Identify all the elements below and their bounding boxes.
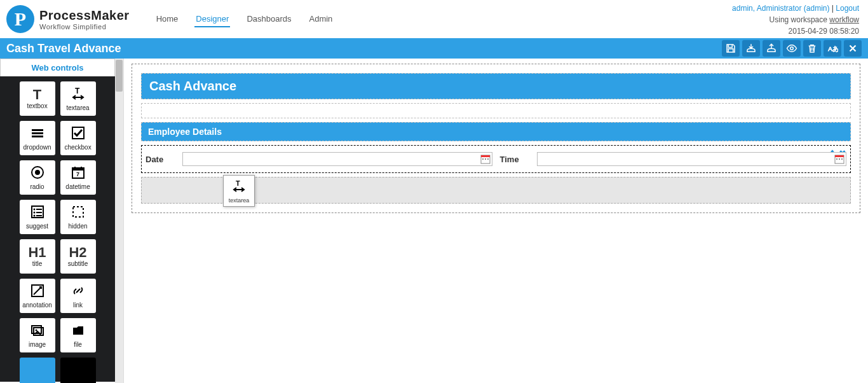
checkbox-icon <box>71 125 86 143</box>
drop-target-row[interactable]: T textarea <box>141 177 851 204</box>
save-button[interactable] <box>722 40 740 57</box>
logo-icon: P <box>6 5 34 33</box>
title-icon: H1 <box>28 246 46 260</box>
svg-rect-31 <box>835 155 844 157</box>
control-suggest[interactable]: suggest <box>20 200 55 234</box>
section-title[interactable]: Employee Details <box>141 122 851 141</box>
control-dropdown[interactable]: dropdown <box>20 121 55 155</box>
control-checkbox[interactable]: checkbox <box>60 121 96 155</box>
svg-rect-33 <box>839 158 840 160</box>
delete-button[interactable] <box>803 40 821 57</box>
svg-text:Aあ: Aあ <box>828 45 838 52</box>
nav-home[interactable]: Home <box>155 11 180 27</box>
field-label-time: Time <box>500 155 531 164</box>
textarea-icon: T <box>231 179 247 197</box>
form-canvas[interactable]: Cash Advance Employee Details ✥ ✖ Date T… <box>132 64 860 213</box>
drag-ghost-textarea[interactable]: T textarea <box>223 175 255 207</box>
hidden-icon <box>71 204 86 222</box>
nav-designer[interactable]: Designer <box>194 11 230 27</box>
palette: Ttextbox Ttextarea dropdown checkbox rad… <box>0 76 115 382</box>
svg-text:7: 7 <box>76 171 79 178</box>
datetime-icon: 7 <box>71 165 86 183</box>
field-label-date: Date <box>146 155 176 164</box>
image-icon <box>30 323 45 340</box>
textarea-icon: T <box>71 86 86 104</box>
main: Web controls Ttextbox Ttextarea dropdown… <box>0 59 868 383</box>
brand-tagline: Workflow Simplified <box>39 23 130 31</box>
control-annotation[interactable]: annotation <box>20 279 55 313</box>
sidebar-wrap: Web controls Ttextbox Ttextarea dropdown… <box>0 59 124 383</box>
close-button[interactable] <box>844 40 862 57</box>
app-header: P ProcessMaker Workflow Simplified Home … <box>0 0 868 38</box>
control-link[interactable]: link <box>60 279 96 313</box>
titlebar-actions: Aあ <box>722 40 862 57</box>
form-title[interactable]: Cash Advance <box>141 73 851 99</box>
svg-rect-4 <box>32 132 43 134</box>
date-input[interactable] <box>182 152 492 166</box>
brand-name: ProcessMaker <box>39 8 130 23</box>
canvas-wrap: Cash Advance Employee Details ✥ ✖ Date T… <box>124 59 868 383</box>
workspace-name[interactable]: workflow <box>829 15 859 24</box>
svg-rect-34 <box>841 158 843 160</box>
svg-rect-27 <box>482 158 484 160</box>
timestamp: 2015-04-29 08:58:20 <box>732 25 859 37</box>
svg-point-13 <box>33 209 35 211</box>
control-textbox[interactable]: Ttextbox <box>20 81 55 116</box>
svg-rect-28 <box>485 158 486 160</box>
svg-point-8 <box>35 170 40 175</box>
main-nav: Home Designer Dashboards Admin <box>155 11 334 27</box>
textbox-icon: T <box>33 88 41 102</box>
control-image[interactable]: image <box>20 318 55 352</box>
control-title[interactable]: H1title <box>20 239 55 274</box>
header-right: admin, Administrator (admin) | Logout Us… <box>732 3 859 37</box>
time-input[interactable] <box>537 152 847 166</box>
preview-button[interactable] <box>783 40 801 57</box>
calendar-icon[interactable] <box>480 154 491 164</box>
sidebar-scrollbar[interactable] <box>115 59 123 383</box>
control-datetime[interactable]: 7datetime <box>60 160 96 195</box>
empty-row[interactable] <box>141 103 851 118</box>
nav-admin[interactable]: Admin <box>308 11 334 27</box>
svg-point-23 <box>35 330 37 331</box>
subtitle-icon: H2 <box>69 246 86 260</box>
svg-rect-19 <box>73 207 83 217</box>
sidebar-header[interactable]: Web controls <box>0 59 115 76</box>
workspace-prefix: Using workspace <box>770 15 830 24</box>
control-radio[interactable]: radio <box>20 160 55 195</box>
control-subtitle[interactable]: H2subtitle <box>60 239 96 274</box>
svg-rect-26 <box>481 155 490 157</box>
control-file[interactable]: file <box>60 318 96 352</box>
svg-point-0 <box>790 47 794 50</box>
control-swatch-black[interactable] <box>60 358 96 383</box>
control-swatch-blue[interactable] <box>20 358 55 383</box>
import-button[interactable] <box>742 40 760 57</box>
field-time[interactable]: Time <box>500 152 847 166</box>
svg-rect-29 <box>487 158 489 160</box>
page-title: Cash Travel Advance <box>6 42 121 55</box>
control-textarea[interactable]: Ttextarea <box>60 81 96 116</box>
dropdown-icon <box>30 125 45 143</box>
svg-text:T: T <box>236 179 240 187</box>
field-date[interactable]: Date <box>146 152 492 166</box>
nav-dashboards[interactable]: Dashboards <box>245 11 292 27</box>
export-button[interactable] <box>763 40 780 57</box>
link-icon <box>71 283 86 301</box>
svg-rect-18 <box>36 215 42 216</box>
suggest-icon <box>30 204 45 222</box>
control-hidden[interactable]: hidden <box>60 200 96 234</box>
svg-rect-16 <box>36 212 42 213</box>
svg-point-17 <box>33 215 35 217</box>
title-bar: Cash Travel Advance Aあ <box>0 38 868 59</box>
svg-text:T: T <box>75 87 80 95</box>
svg-point-15 <box>33 212 35 214</box>
logo-area: P ProcessMaker Workflow Simplified <box>6 5 130 33</box>
language-button[interactable]: Aあ <box>824 40 841 57</box>
fields-row[interactable]: ✥ ✖ Date Time <box>141 145 851 173</box>
calendar-icon[interactable] <box>834 154 844 164</box>
logout-link[interactable]: Logout <box>836 4 859 13</box>
sidebar: Web controls Ttextbox Ttextarea dropdown… <box>0 59 115 383</box>
drag-ghost-label: textarea <box>229 197 250 204</box>
svg-rect-5 <box>32 136 43 137</box>
user-label[interactable]: admin, Administrator (admin) <box>732 4 829 13</box>
svg-rect-10 <box>72 168 84 171</box>
